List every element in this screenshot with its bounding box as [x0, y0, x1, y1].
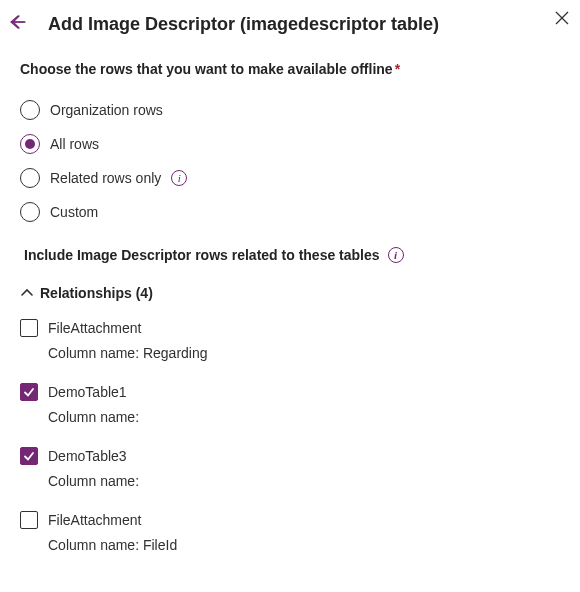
- relationships-list: FileAttachmentColumn name: RegardingDemo…: [20, 319, 562, 553]
- relationship-column: Column name:: [48, 409, 562, 425]
- info-icon[interactable]: i: [171, 170, 187, 186]
- relationship-row[interactable]: FileAttachment: [20, 511, 562, 529]
- radio-label: All rows: [50, 136, 99, 152]
- radio-dot[interactable]: [20, 134, 40, 154]
- required-mark: *: [395, 61, 400, 77]
- close-icon[interactable]: [552, 8, 572, 28]
- relationship-column: Column name: Regarding: [48, 345, 562, 361]
- relationships-header-text: Relationships (4): [40, 285, 153, 301]
- relationship-checkbox[interactable]: [20, 447, 38, 465]
- radio-label: Organization rows: [50, 102, 163, 118]
- radio-dot[interactable]: [20, 100, 40, 120]
- radio-label: Related rows only: [50, 170, 161, 186]
- relationship-checkbox[interactable]: [20, 319, 38, 337]
- relationship-item: FileAttachmentColumn name: Regarding: [20, 319, 562, 361]
- radio-option[interactable]: Related rows onlyi: [20, 161, 562, 195]
- choose-rows-label: Choose the rows that you want to make av…: [20, 61, 562, 77]
- relationship-checkbox[interactable]: [20, 383, 38, 401]
- relationship-row[interactable]: FileAttachment: [20, 319, 562, 337]
- radio-dot[interactable]: [20, 202, 40, 222]
- relationship-name: DemoTable1: [48, 384, 127, 400]
- radio-option[interactable]: Organization rows: [20, 93, 562, 127]
- relationships-toggle[interactable]: Relationships (4): [20, 285, 562, 301]
- radio-dot[interactable]: [20, 168, 40, 188]
- relationship-row[interactable]: DemoTable1: [20, 383, 562, 401]
- back-icon[interactable]: [8, 12, 28, 32]
- relationship-name: FileAttachment: [48, 512, 141, 528]
- relationship-item: FileAttachmentColumn name: FileId: [20, 511, 562, 553]
- radio-option[interactable]: All rows: [20, 127, 562, 161]
- relationship-item: DemoTable3Column name:: [20, 447, 562, 489]
- relationship-column: Column name:: [48, 473, 562, 489]
- relationship-column: Column name: FileId: [48, 537, 562, 553]
- relationship-name: DemoTable3: [48, 448, 127, 464]
- rows-radio-group: Organization rowsAll rowsRelated rows on…: [20, 93, 562, 229]
- include-tables-label: Include Image Descriptor rows related to…: [24, 247, 562, 263]
- page-title: Add Image Descriptor (imagedescriptor ta…: [48, 14, 562, 35]
- chevron-up-icon: [20, 286, 34, 300]
- radio-label: Custom: [50, 204, 98, 220]
- relationship-checkbox[interactable]: [20, 511, 38, 529]
- relationship-row[interactable]: DemoTable3: [20, 447, 562, 465]
- info-icon[interactable]: i: [388, 247, 404, 263]
- relationship-name: FileAttachment: [48, 320, 141, 336]
- relationship-item: DemoTable1Column name:: [20, 383, 562, 425]
- radio-option[interactable]: Custom: [20, 195, 562, 229]
